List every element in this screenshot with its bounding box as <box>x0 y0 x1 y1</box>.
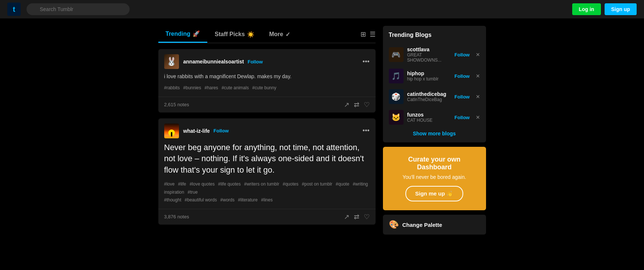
post-card-2: what-iz-life Follow ••• Never beg anyone… <box>158 118 376 225</box>
header: t 🔍 Log in Sign up <box>0 0 644 18</box>
post-text-1: i love rabbits with a magnificent Dewlap… <box>164 73 370 80</box>
tag[interactable]: #quote <box>336 181 349 187</box>
header-left: t 🔍 <box>7 3 130 16</box>
blog-info-scottlava: scottlava GREAT SHOWDOWNS... <box>407 46 451 63</box>
trending-blogs-card: Trending Blogs 🎮 scottlava GREAT SHOWDOW… <box>383 26 486 142</box>
post-reblog-button-1[interactable]: ⇄ <box>354 101 359 109</box>
post-username-1: annameibunniealsoartist <box>183 59 244 65</box>
blog-follow-button-scottlava[interactable]: Follow <box>454 52 469 58</box>
avatar-2 <box>164 124 179 138</box>
tag[interactable]: #love <box>164 181 175 187</box>
tag[interactable]: #hares <box>205 85 218 90</box>
tag[interactable]: #literature <box>238 197 257 202</box>
curate-title: Curate your own Dashboard <box>390 156 479 171</box>
tag[interactable]: #true <box>188 190 198 195</box>
tab-trending-emoji: 🚀 <box>193 30 200 37</box>
search-wrapper: 🔍 <box>27 3 130 15</box>
blog-item-catdicebag: 🎲 catinthedicebag CatInTheDiceBag Follow… <box>389 86 480 107</box>
sidebar: Trending Blogs 🎮 scottlava GREAT SHOWDOW… <box>383 26 486 235</box>
grid-view-button[interactable]: ⊞ <box>360 30 366 38</box>
tag[interactable]: #beautiful words <box>185 197 217 202</box>
blog-desc-scottlava: GREAT SHOWDOWNS... <box>407 52 451 63</box>
blog-name-funzos: funzos <box>407 112 451 118</box>
avatar-1: 🐰 <box>164 54 179 69</box>
search-input[interactable] <box>27 3 130 15</box>
main-wrapper: Trending 🚀 Staff Picks ☀️ More ✓ ⊞ ☰ <box>0 18 644 242</box>
tag[interactable]: #post on tumblr <box>302 181 332 187</box>
tag[interactable]: #rabbits <box>164 85 180 90</box>
tag[interactable]: #life quotes <box>218 181 240 187</box>
curate-card: Curate your own Dashboard You'll never b… <box>383 147 486 210</box>
blog-desc-funzos: CAT HOUSE <box>407 118 451 123</box>
tumblr-logo[interactable]: t <box>7 3 21 16</box>
post-footer-1: 2,615 notes ↗ ⇄ ♡ <box>158 97 376 112</box>
tab-trending[interactable]: Trending 🚀 <box>158 26 208 43</box>
post-text-large-2: Never beg anyone for anything, not time,… <box>164 142 370 176</box>
post-share-button-2[interactable]: ↗ <box>344 213 349 221</box>
post-tags-2: #love #life #love quotes #life quotes #w… <box>164 180 370 204</box>
blog-follow-button-funzos[interactable]: Follow <box>454 115 469 120</box>
post-header-2: what-iz-life Follow ••• <box>158 118 376 142</box>
blog-dismiss-button-scottlava[interactable]: ✕ <box>476 52 480 58</box>
post-header-1: 🐰 annameibunniealsoartist Follow ••• <box>158 49 376 73</box>
blog-follow-button-catdicebag[interactable]: Follow <box>454 94 469 100</box>
blog-name-hiphop: hiphop <box>407 70 451 76</box>
tab-more-label: More <box>269 31 283 38</box>
blog-desc-catdicebag: CatInTheDiceBag <box>407 97 451 102</box>
blog-follow-button-hiphop[interactable]: Follow <box>454 73 469 79</box>
tag[interactable]: #lines <box>261 197 272 202</box>
blog-avatar-catdicebag: 🎲 <box>389 89 404 104</box>
post-tags-1: #rabbits #bunnies #hares #cute animals #… <box>164 84 370 92</box>
palette-card[interactable]: 🎨 Change Palette <box>383 215 486 235</box>
login-button[interactable]: Log in <box>572 3 601 15</box>
blog-item-hiphop: 🎵 hiphop hip hop x tumblr Follow ✕ <box>389 66 480 86</box>
post-card-1: 🐰 annameibunniealsoartist Follow ••• i l… <box>158 49 376 112</box>
blog-item-funzos: 🐱 funzos CAT HOUSE Follow ✕ <box>389 107 480 128</box>
tag[interactable]: #thought <box>164 197 182 202</box>
tab-trending-label: Trending <box>166 31 191 37</box>
tag[interactable]: #quotes <box>283 181 299 187</box>
palette-icon: 🎨 <box>389 220 399 229</box>
tag[interactable]: #life <box>178 181 186 187</box>
show-more-blogs-button[interactable]: Show more blogs <box>389 128 480 136</box>
post-like-button-2[interactable]: ♡ <box>364 213 370 221</box>
post-reblog-button-2[interactable]: ⇄ <box>354 213 359 221</box>
blog-info-catdicebag: catinthedicebag CatInTheDiceBag <box>407 91 451 102</box>
tag[interactable]: #love quotes <box>190 181 215 187</box>
palette-label: Change Palette <box>402 222 442 228</box>
tabs-left: Trending 🚀 Staff Picks ☀️ More ✓ <box>158 26 298 43</box>
signup-button[interactable]: Sign up <box>605 3 637 15</box>
tab-more-emoji: ✓ <box>285 31 290 38</box>
tab-staff-picks-emoji: ☀️ <box>247 31 254 38</box>
curate-signup-button[interactable]: Sign me up 👋 <box>405 186 463 201</box>
post-follow-button-1[interactable]: Follow <box>247 59 263 65</box>
post-meta-1: annameibunniealsoartist Follow <box>183 59 358 65</box>
tag[interactable]: #writers on tumblr <box>244 181 279 187</box>
feed-column: Trending 🚀 Staff Picks ☀️ More ✓ ⊞ ☰ <box>158 26 376 235</box>
tag[interactable]: #cute animals <box>222 85 249 90</box>
blog-item-scottlava: 🎮 scottlava GREAT SHOWDOWNS... Follow ✕ <box>389 44 480 66</box>
tag[interactable]: #bunnies <box>183 85 201 90</box>
tag[interactable]: #words <box>220 197 235 202</box>
post-like-button-1[interactable]: ♡ <box>364 101 370 109</box>
post-more-button-1[interactable]: ••• <box>363 58 370 66</box>
header-right: Log in Sign up <box>572 3 637 15</box>
blog-name-scottlava: scottlava <box>407 46 451 52</box>
tab-icons: ⊞ ☰ <box>360 30 376 38</box>
post-follow-button-2[interactable]: Follow <box>214 128 229 134</box>
post-notes-1: 2,615 notes <box>164 102 339 107</box>
blog-dismiss-button-catdicebag[interactable]: ✕ <box>476 94 480 100</box>
post-more-button-2[interactable]: ••• <box>363 127 370 135</box>
blog-name-catdicebag: catinthedicebag <box>407 91 451 97</box>
blog-avatar-hiphop: 🎵 <box>389 69 404 83</box>
blog-avatar-scottlava: 🎮 <box>389 47 404 62</box>
blog-dismiss-button-hiphop[interactable]: ✕ <box>476 73 480 79</box>
post-share-button-1[interactable]: ↗ <box>344 101 349 109</box>
tag[interactable]: #cute bunny <box>252 85 276 90</box>
trending-blogs-title: Trending Blogs <box>389 32 480 38</box>
tab-more[interactable]: More ✓ <box>262 27 298 42</box>
blog-desc-hiphop: hip hop x tumblr <box>407 76 451 82</box>
blog-dismiss-button-funzos[interactable]: ✕ <box>476 114 480 120</box>
tab-staff-picks[interactable]: Staff Picks ☀️ <box>207 27 262 42</box>
list-view-button[interactable]: ☰ <box>370 30 376 38</box>
